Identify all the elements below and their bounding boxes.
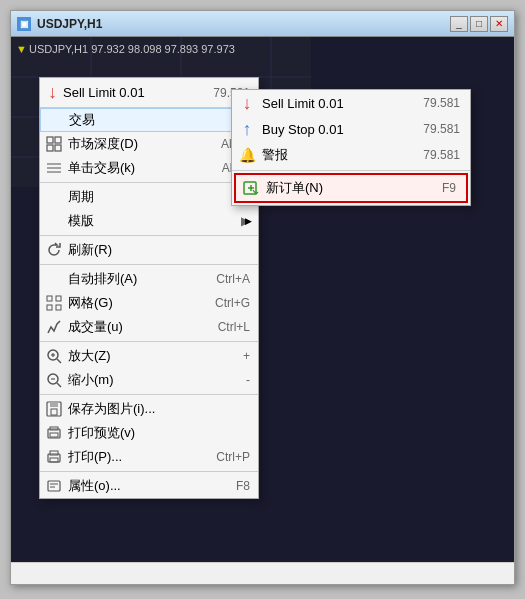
sell-limit-icon: ↓ xyxy=(48,82,57,103)
properties-icon xyxy=(45,477,63,495)
print-icon xyxy=(45,448,63,466)
submenu-sell-limit-value: 79.581 xyxy=(423,96,460,110)
submenu-item-new-order[interactable]: 新订单(N) F9 xyxy=(234,173,468,203)
trade-submenu: ↓ Sell Limit 0.01 79.581 ↑ Buy Stop 0.01… xyxy=(231,89,471,206)
menu-item-one-click[interactable]: 单击交易(k) Alt+T xyxy=(40,156,258,180)
svg-rect-50 xyxy=(47,137,53,143)
submenu-item-sell-limit[interactable]: ↓ Sell Limit 0.01 79.581 xyxy=(232,90,470,116)
volume-icon xyxy=(45,318,63,336)
chart-area: 100.230 99.790 99.350 98.910 98.470 98.0… xyxy=(11,37,514,562)
trade-label: 交易 xyxy=(69,111,220,129)
menu-item-trade[interactable]: 交易 ▶ xyxy=(40,108,258,132)
properties-label: 属性(o)... xyxy=(68,477,216,495)
market-depth-icon xyxy=(45,135,63,153)
print-label: 打印(P)... xyxy=(68,448,196,466)
zoom-out-label: 缩小(m) xyxy=(68,371,226,389)
svg-rect-53 xyxy=(55,145,61,151)
separator-2 xyxy=(40,235,258,236)
window-icon: ▣ xyxy=(17,17,31,31)
grid-shortcut: Ctrl+G xyxy=(215,296,250,310)
menu-item-auto-arrange[interactable]: 自动排列(A) Ctrl+A xyxy=(40,267,258,291)
svg-rect-70 xyxy=(51,409,57,415)
menu-item-market-depth[interactable]: 市场深度(D) Alt+B xyxy=(40,132,258,156)
menu-item-print[interactable]: 打印(P)... Ctrl+P xyxy=(40,445,258,469)
main-window: ▣ USDJPY,H1 _ □ ✕ xyxy=(10,10,515,585)
print-shortcut: Ctrl+P xyxy=(216,450,250,464)
period-label: 周期 xyxy=(68,188,221,206)
context-menu: ↓ Sell Limit 0.01 79.581 交易 ▶ 市场深度(D) Al… xyxy=(39,77,259,499)
market-depth-label: 市场深度(D) xyxy=(68,135,201,153)
titlebar-buttons: _ □ ✕ xyxy=(450,16,508,32)
menu-item-volume[interactable]: 成交量(u) Ctrl+L xyxy=(40,315,258,339)
properties-shortcut: F8 xyxy=(236,479,250,493)
menu-item-zoom-in[interactable]: 放大(Z) + xyxy=(40,344,258,368)
svg-rect-73 xyxy=(50,433,58,437)
separator-3 xyxy=(40,264,258,265)
alert-bell-icon: 🔔 xyxy=(237,147,257,163)
svg-line-62 xyxy=(57,359,61,363)
sell-limit-arrow-icon: ↓ xyxy=(237,93,257,114)
zoom-out-icon xyxy=(45,371,63,389)
refresh-icon xyxy=(45,241,63,259)
menu-item-template[interactable]: 模版 ▶ xyxy=(40,209,258,233)
new-order-icon xyxy=(241,179,261,197)
svg-rect-77 xyxy=(48,481,60,491)
submenu-alert-label: 警报 xyxy=(262,146,423,164)
refresh-label: 刷新(R) xyxy=(68,241,250,259)
svg-rect-51 xyxy=(55,137,61,143)
svg-text:USDJPY,H1  97.932  98.098  97.: USDJPY,H1 97.932 98.098 97.893 97.973 xyxy=(29,43,235,55)
print-preview-icon xyxy=(45,424,63,442)
submenu-new-order-label: 新订单(N) xyxy=(266,179,442,197)
svg-text:▼: ▼ xyxy=(16,43,27,55)
separator-1 xyxy=(40,182,258,183)
menu-item-period[interactable]: 周期 ▶ xyxy=(40,185,258,209)
zoom-in-icon xyxy=(45,347,63,365)
svg-rect-52 xyxy=(47,145,53,151)
menu-item-print-preview[interactable]: 打印预览(v) xyxy=(40,421,258,445)
minimize-button[interactable]: _ xyxy=(450,16,468,32)
menu-item-properties[interactable]: 属性(o)... F8 xyxy=(40,474,258,498)
submenu-separator xyxy=(232,170,470,171)
svg-line-66 xyxy=(57,383,61,387)
svg-rect-60 xyxy=(56,305,61,310)
template-label: 模版 xyxy=(68,212,221,230)
zoom-in-shortcut: + xyxy=(243,349,250,363)
maximize-button[interactable]: □ xyxy=(470,16,488,32)
menu-item-refresh[interactable]: 刷新(R) xyxy=(40,238,258,262)
svg-rect-76 xyxy=(50,458,58,462)
sell-limit-header: ↓ Sell Limit 0.01 79.581 xyxy=(40,78,258,108)
submenu-alert-value: 79.581 xyxy=(423,148,460,162)
status-bar xyxy=(11,562,514,584)
menu-item-zoom-out[interactable]: 缩小(m) - xyxy=(40,368,258,392)
menu-item-grid[interactable]: 网格(G) Ctrl+G xyxy=(40,291,258,315)
menu-item-save-image[interactable]: 保存为图片(i)... xyxy=(40,397,258,421)
submenu-item-buy-stop[interactable]: ↑ Buy Stop 0.01 79.581 xyxy=(232,116,470,142)
volume-label: 成交量(u) xyxy=(68,318,198,336)
submenu-buy-stop-label: Buy Stop 0.01 xyxy=(262,122,423,137)
sell-limit-label: Sell Limit 0.01 xyxy=(63,85,187,100)
volume-shortcut: Ctrl+L xyxy=(218,320,250,334)
grid-icon xyxy=(45,294,63,312)
zoom-in-label: 放大(Z) xyxy=(68,347,223,365)
one-click-label: 单击交易(k) xyxy=(68,159,202,177)
separator-4 xyxy=(40,341,258,342)
submenu-item-alert[interactable]: 🔔 警报 79.581 xyxy=(232,142,470,168)
one-click-icon xyxy=(45,159,63,177)
svg-rect-57 xyxy=(47,296,52,301)
save-image-icon xyxy=(45,400,63,418)
svg-rect-59 xyxy=(47,305,52,310)
buy-stop-arrow-icon: ↑ xyxy=(237,119,257,140)
template-arrow: ▶ xyxy=(241,214,250,228)
submenu-buy-stop-value: 79.581 xyxy=(423,122,460,136)
submenu-sell-limit-label: Sell Limit 0.01 xyxy=(262,96,423,111)
svg-rect-69 xyxy=(50,402,58,407)
window-title: USDJPY,H1 xyxy=(37,17,450,31)
auto-arrange-shortcut: Ctrl+A xyxy=(216,272,250,286)
auto-arrange-label: 自动排列(A) xyxy=(68,270,196,288)
submenu-new-order-shortcut: F9 xyxy=(442,181,456,195)
grid-label: 网格(G) xyxy=(68,294,195,312)
svg-rect-58 xyxy=(56,296,61,301)
close-button[interactable]: ✕ xyxy=(490,16,508,32)
separator-6 xyxy=(40,471,258,472)
save-image-label: 保存为图片(i)... xyxy=(68,400,250,418)
